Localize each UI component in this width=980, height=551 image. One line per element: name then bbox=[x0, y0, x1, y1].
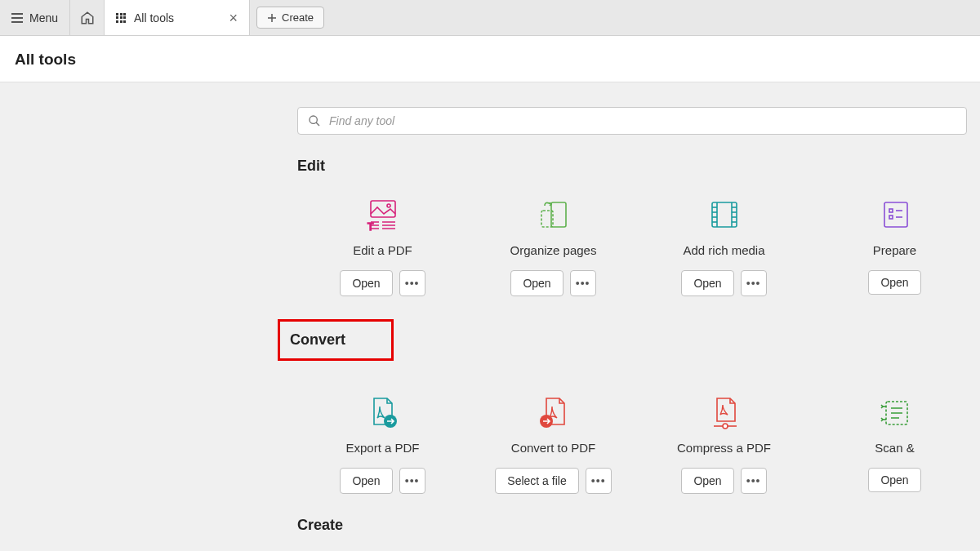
hamburger-icon bbox=[11, 13, 23, 23]
svg-rect-19 bbox=[889, 209, 893, 212]
tool-label: Compress a PDF bbox=[677, 441, 771, 455]
tab-all-tools[interactable]: All tools × bbox=[105, 0, 250, 35]
search-input[interactable] bbox=[329, 114, 956, 127]
section-edit: Edit T Edit a PDF Open ••• Organize page… bbox=[297, 158, 980, 296]
menu-button[interactable]: Menu bbox=[0, 0, 70, 35]
tool-label: Add rich media bbox=[683, 243, 764, 257]
more-button[interactable]: ••• bbox=[399, 468, 425, 494]
page-header: All tools bbox=[0, 36, 980, 82]
plus-icon bbox=[267, 13, 277, 23]
tool-label: Prepare bbox=[873, 243, 916, 257]
tool-label: Organize pages bbox=[510, 243, 597, 257]
tool-compress-pdf: Compress a PDF Open ••• bbox=[639, 395, 809, 494]
tab-label: All tools bbox=[134, 11, 174, 24]
tool-label: Edit a PDF bbox=[353, 243, 412, 257]
close-icon[interactable]: × bbox=[229, 11, 238, 25]
compress-pdf-icon bbox=[707, 395, 742, 429]
open-button[interactable]: Open bbox=[340, 270, 392, 296]
create-button[interactable]: Create bbox=[256, 7, 324, 29]
svg-text:T: T bbox=[368, 221, 374, 232]
more-button[interactable]: ••• bbox=[399, 270, 425, 296]
menu-label: Menu bbox=[29, 11, 58, 24]
open-button[interactable]: Open bbox=[510, 270, 563, 296]
section-title-create: Create bbox=[297, 517, 980, 534]
tool-label: Export a PDF bbox=[345, 441, 419, 455]
section-create: Create bbox=[297, 517, 980, 534]
tool-edit-pdf: T Edit a PDF Open ••• bbox=[297, 198, 468, 296]
rich-media-icon bbox=[707, 198, 742, 232]
open-button[interactable]: Open bbox=[868, 270, 920, 295]
more-button[interactable]: ••• bbox=[741, 468, 767, 494]
home-button[interactable] bbox=[70, 0, 105, 35]
organize-pages-icon bbox=[537, 198, 571, 232]
convert-pdf-icon bbox=[537, 395, 571, 429]
svg-point-3 bbox=[387, 204, 390, 207]
grid-icon bbox=[116, 13, 126, 23]
tool-convert-to-pdf: Convert to PDF Select a file ••• bbox=[468, 395, 639, 494]
open-button[interactable]: Open bbox=[340, 468, 392, 494]
content: Edit T Edit a PDF Open ••• Organize page… bbox=[0, 107, 980, 534]
tools-row: Export a PDF Open ••• Convert to PDF Sel… bbox=[297, 395, 980, 494]
svg-rect-2 bbox=[371, 201, 395, 217]
prepare-icon bbox=[878, 198, 912, 232]
create-label: Create bbox=[282, 11, 314, 24]
svg-rect-7 bbox=[712, 202, 737, 227]
svg-point-0 bbox=[310, 116, 317, 123]
tool-label: Scan & bbox=[875, 441, 914, 455]
search-icon bbox=[308, 114, 321, 127]
svg-rect-21 bbox=[889, 216, 893, 219]
export-pdf-icon bbox=[366, 395, 400, 429]
tool-scan: Scan & Open bbox=[809, 395, 980, 494]
section-convert: Convert Export a PDF Open ••• Convert to… bbox=[278, 319, 980, 494]
tool-export-pdf: Export a PDF Open ••• bbox=[297, 395, 468, 494]
search-box[interactable] bbox=[297, 107, 967, 135]
more-button[interactable]: ••• bbox=[570, 270, 596, 296]
tool-label: Convert to PDF bbox=[511, 441, 595, 455]
edit-pdf-icon: T bbox=[366, 198, 400, 232]
open-button[interactable]: Open bbox=[868, 468, 920, 492]
top-bar: Menu All tools × Create bbox=[0, 0, 980, 36]
more-button[interactable]: ••• bbox=[741, 270, 767, 296]
home-icon bbox=[80, 11, 95, 25]
svg-line-1 bbox=[316, 122, 319, 126]
scan-icon bbox=[878, 395, 912, 429]
svg-rect-18 bbox=[884, 202, 907, 227]
svg-point-26 bbox=[723, 424, 728, 429]
more-button[interactable]: ••• bbox=[586, 468, 612, 494]
open-button[interactable]: Open bbox=[681, 270, 733, 296]
open-button[interactable]: Open bbox=[681, 468, 733, 494]
section-title-convert: Convert bbox=[278, 319, 394, 361]
tool-organize-pages: Organize pages Open ••• bbox=[468, 198, 639, 296]
select-file-button[interactable]: Select a file bbox=[495, 468, 578, 494]
tool-prepare: Prepare Open bbox=[809, 198, 980, 296]
tools-row: T Edit a PDF Open ••• Organize pages Ope… bbox=[297, 198, 980, 296]
tool-add-rich-media: Add rich media Open ••• bbox=[639, 198, 809, 296]
page-title: All tools bbox=[15, 51, 965, 69]
section-title-edit: Edit bbox=[297, 158, 980, 175]
